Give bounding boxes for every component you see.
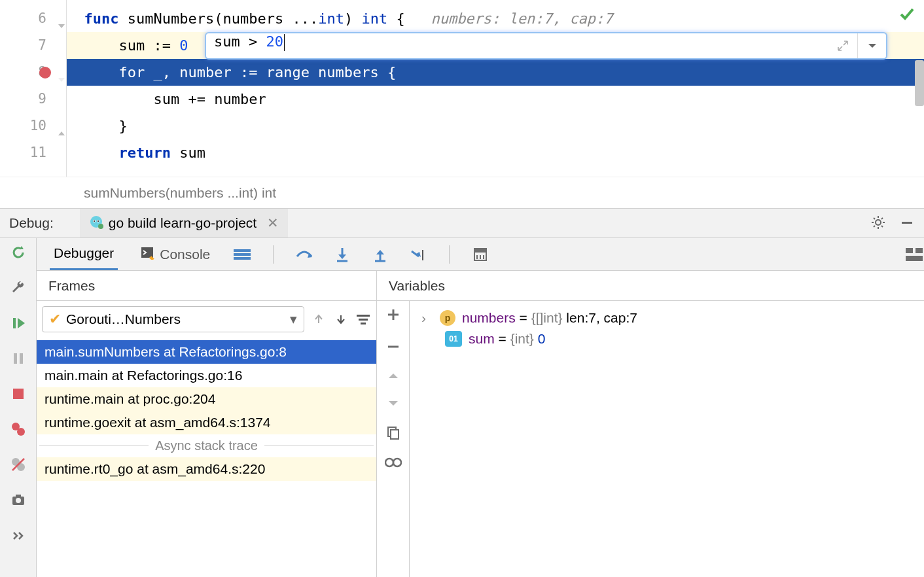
gutter-line[interactable]: 11	[0, 139, 66, 166]
debug-toolwindow: Debugger Console Frames Variables	[0, 238, 924, 577]
condition-input[interactable]: sum > 20	[206, 33, 828, 58]
run-config-tab[interactable]: go build learn-go-project ✕	[80, 209, 288, 237]
more-icon[interactable]	[9, 526, 27, 544]
view-breakpoints-icon[interactable]	[9, 420, 27, 438]
tab-debugger[interactable]: Debugger	[50, 238, 118, 270]
add-watch-icon[interactable]	[386, 307, 400, 324]
param-badge-icon: p	[440, 310, 455, 326]
gutter-line[interactable]: 8	[0, 59, 66, 86]
debug-toolwindow-header: Debug: go build learn-go-project ✕	[0, 208, 924, 238]
svg-rect-23	[234, 257, 251, 260]
wrench-icon[interactable]	[9, 279, 27, 297]
frame-item[interactable]: main.sumNumbers at Refactorings.go:8	[37, 340, 376, 364]
svg-rect-44	[391, 430, 399, 439]
svg-point-45	[385, 459, 393, 466]
minimize-icon[interactable]	[899, 215, 915, 232]
svg-rect-37	[357, 315, 370, 317]
variable-row[interactable]: 01 sum = {int} 0	[419, 328, 915, 349]
step-out-icon[interactable]	[370, 245, 390, 264]
svg-rect-21	[234, 249, 251, 252]
layout-icon[interactable]	[904, 245, 924, 264]
svg-rect-7	[902, 222, 912, 224]
editor-scrollbar[interactable]	[915, 60, 924, 106]
variable-row[interactable]: › p numbers = {[]int} len:7, cap:7	[419, 307, 915, 328]
gutter-line[interactable]: 7	[0, 32, 66, 59]
next-frame-icon[interactable]	[333, 311, 349, 327]
watches-icon[interactable]	[385, 457, 402, 470]
inspection-ok-icon[interactable]	[899, 7, 915, 24]
fold-icon[interactable]	[57, 120, 66, 130]
copy-icon[interactable]	[386, 425, 400, 442]
svg-rect-9	[14, 353, 17, 364]
gear-icon[interactable]	[870, 215, 886, 232]
frame-item[interactable]: runtime.goexit at asm_amd64.s:1374	[37, 411, 376, 434]
svg-rect-39	[361, 323, 366, 324]
fold-icon[interactable]	[57, 67, 66, 76]
svg-rect-30	[474, 249, 486, 253]
stop-icon[interactable]	[9, 385, 27, 403]
variables-header: Variables	[377, 271, 924, 300]
pause-icon[interactable]	[9, 349, 27, 368]
chevron-down-icon: ▾	[290, 311, 297, 327]
svg-rect-8	[13, 318, 16, 328]
svg-point-13	[17, 428, 25, 436]
svg-rect-38	[359, 319, 368, 321]
rerun-icon[interactable]	[9, 243, 27, 262]
svg-point-5	[98, 224, 103, 229]
evaluate-icon[interactable]	[471, 245, 490, 264]
expand-icon[interactable]	[828, 33, 857, 58]
frame-item[interactable]: runtime.main at proc.go:204	[37, 387, 376, 411]
nav-down-icon[interactable]	[387, 398, 399, 410]
svg-rect-22	[234, 253, 251, 256]
gutter-line[interactable]: 9	[0, 86, 66, 113]
code-area[interactable]: func sumNumbers(numbers ...int) int { nu…	[67, 0, 924, 177]
inlay-hint: numbers: len:7, cap:7	[431, 10, 613, 27]
mute-breakpoints-icon[interactable]	[9, 455, 27, 474]
fold-icon[interactable]	[57, 13, 66, 22]
svg-point-3	[94, 220, 95, 222]
resume-icon[interactable]	[9, 314, 27, 332]
nav-up-icon[interactable]	[387, 372, 399, 383]
step-over-icon[interactable]	[294, 245, 314, 264]
remove-watch-icon[interactable]	[386, 340, 400, 356]
run-to-cursor-icon[interactable]	[408, 245, 428, 264]
variables-toolbar	[377, 301, 410, 577]
goroutine-selector[interactable]: ✔ Gorouti…Numbers ▾	[42, 306, 304, 332]
breadcrumb[interactable]: sumNumbers(numbers ...int) int	[0, 177, 924, 208]
execution-line: for _, number := range numbers {	[67, 59, 924, 86]
breakpoint-icon[interactable]	[39, 67, 51, 79]
frame-item[interactable]: runtime.rt0_go at asm_amd64.s:220	[37, 457, 376, 481]
debug-side-toolbar	[0, 238, 37, 577]
history-dropdown-icon[interactable]	[857, 33, 886, 58]
editor-gutter: 6 7 8 9 10 11	[0, 0, 67, 177]
console-icon	[140, 245, 154, 263]
filter-icon[interactable]	[355, 311, 371, 327]
debug-tabs: Debugger Console	[37, 238, 924, 271]
check-icon: ✔	[49, 311, 61, 328]
tab-console[interactable]: Console	[136, 238, 214, 270]
svg-point-18	[16, 498, 21, 503]
gutter-line[interactable]: 6	[0, 5, 66, 32]
code-editor: 6 7 8 9 10 11 func sumNumbers(numbers ..…	[0, 0, 924, 177]
debug-label: Debug:	[9, 215, 54, 231]
camera-icon[interactable]	[9, 491, 27, 509]
gutter-line[interactable]: 10	[0, 113, 66, 139]
breakpoint-condition-popup: sum > 20	[205, 32, 887, 60]
step-into-icon[interactable]	[332, 245, 352, 264]
frame-item[interactable]: main.main at Refactorings.go:16	[37, 364, 376, 387]
svg-rect-10	[20, 353, 23, 364]
svg-rect-36	[906, 256, 923, 261]
svg-point-6	[876, 220, 881, 225]
frames-header: Frames	[37, 271, 377, 300]
close-icon[interactable]: ✕	[267, 215, 279, 231]
async-stack-separator: Async stack trace	[37, 434, 376, 457]
chevron-right-icon[interactable]: ›	[421, 310, 433, 326]
int-badge-icon: 01	[445, 331, 462, 347]
svg-rect-34	[906, 248, 913, 253]
threads-icon[interactable]	[232, 245, 252, 264]
variables-pane: › p numbers = {[]int} len:7, cap:7 01 su…	[410, 301, 924, 577]
frame-list: main.sumNumbers at Refactorings.go:8 mai…	[37, 340, 376, 577]
svg-rect-11	[13, 389, 24, 399]
svg-rect-35	[915, 248, 923, 253]
prev-frame-icon[interactable]	[311, 311, 327, 327]
